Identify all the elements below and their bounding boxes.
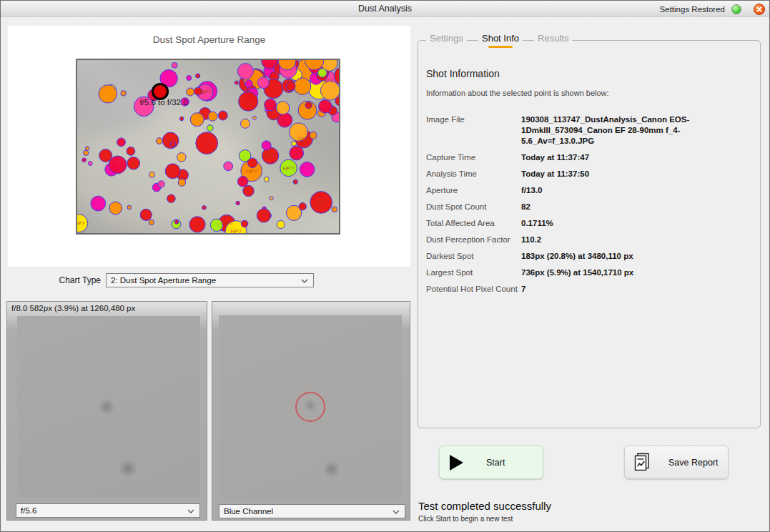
shot-info-heading: Shot Information: [426, 68, 500, 79]
aperture-dropdown-value: f/5.6: [21, 506, 36, 515]
tab-shot-info[interactable]: Shot Info: [478, 31, 523, 48]
chevron-down-icon: [393, 510, 400, 514]
info-value: Today at 11:37:50: [521, 169, 700, 179]
tab-active-underline: [541, 46, 566, 48]
info-row: Potential Hot Pixel Count7: [426, 284, 748, 295]
shot-info-fields: Image File190308_113747_DustAnalysis_Can…: [426, 114, 748, 300]
play-icon: [450, 455, 463, 471]
shot-info-description: Information about the selected point is …: [426, 89, 609, 97]
tab-label: Shot Info: [482, 33, 519, 44]
chart-type-label: Chart Type: [29, 275, 101, 285]
start-button-label: Start: [486, 458, 505, 468]
svg-text:HP?: HP?: [322, 78, 334, 84]
info-label: Capture Time: [426, 152, 521, 163]
info-value: 190308_113747_DustAnalysis_Canon EOS-1Dm…: [521, 114, 700, 147]
info-row: Total Affected Area0.1711%: [426, 218, 748, 229]
tab-settings[interactable]: Settings: [426, 31, 467, 48]
close-icon[interactable]: [754, 4, 765, 15]
dust-map-svg: HP?HP?HP?HP?HP?HP?HP?HP?HP?HP?HP?HP?f/5.…: [77, 60, 339, 233]
info-row: Dust Spot Count82: [426, 202, 748, 212]
svg-text:f/5.6 to f/32.0: f/5.6 to f/32.0: [139, 98, 187, 107]
dust-map-panel: Dust Spot Aperture Range HP?: [8, 26, 410, 267]
chart-type-dropdown[interactable]: 2: Dust Spot Aperture Range: [106, 273, 314, 287]
channel-dropdown-value: Blue Channel: [224, 507, 273, 516]
svg-text:HP?: HP?: [265, 152, 276, 159]
spot-viewer-left: f/8.0 582px (3.9%) at 1260,480 px f/5.6: [6, 301, 207, 521]
svg-text:HP?: HP?: [77, 220, 85, 227]
info-row: Darkest Spot183px (20.8%) at 3480,110 px: [426, 251, 748, 262]
test-status-subtitle: Click Start to begin a new test: [418, 515, 513, 523]
chart-title: Dust Spot Aperture Range: [8, 34, 410, 45]
info-label: Potential Hot Pixel Count: [426, 284, 521, 295]
info-value: f/13.0: [521, 185, 700, 196]
save-report-button-label: Save Report: [668, 458, 718, 468]
save-report-button[interactable]: Save Report: [624, 445, 729, 479]
info-label: Total Affected Area: [426, 218, 521, 229]
svg-text:HP?: HP?: [298, 136, 310, 142]
status-led-icon: [731, 4, 741, 14]
svg-text:HP?: HP?: [283, 165, 295, 172]
spot-highlight-ring: [295, 392, 325, 422]
aperture-dropdown[interactable]: f/5.6: [16, 503, 200, 518]
report-document-icon: [632, 452, 651, 473]
info-value: 82: [521, 202, 700, 212]
info-row: Analysis TimeToday at 11:37:50: [426, 169, 748, 179]
svg-text:HP?: HP?: [230, 228, 242, 233]
info-row: Capture TimeToday at 11:37:47: [426, 152, 748, 163]
spot-image-right[interactable]: [219, 315, 402, 498]
dust-analysis-window: Dust Analysis Settings Restored Dust Spo…: [0, 0, 770, 532]
svg-text:HP?: HP?: [199, 89, 211, 96]
info-value: 7: [521, 284, 700, 295]
info-label: Aperture: [426, 185, 521, 196]
svg-text:HP?: HP?: [246, 168, 257, 174]
chevron-down-icon: [301, 279, 308, 283]
tab-bar: SettingsShot InfoResults: [426, 31, 572, 48]
channel-dropdown[interactable]: Blue Channel: [219, 504, 405, 518]
info-value: 110.2: [521, 235, 700, 245]
start-button[interactable]: Start: [439, 445, 543, 479]
info-value: Today at 11:37:47: [521, 152, 700, 163]
spot-viewer-left-header: f/8.0 582px (3.9%) at 1260,480 px: [11, 304, 135, 312]
tab-active-underline: [488, 46, 513, 48]
spot-image-left[interactable]: [17, 316, 200, 497]
info-label: Analysis Time: [426, 169, 521, 179]
svg-text:HP?: HP?: [221, 220, 232, 227]
title-bar: Dust Analysis Settings Restored: [1, 1, 769, 17]
svg-text:HP?: HP?: [315, 200, 327, 206]
info-label: Dust Perception Factor: [426, 235, 521, 245]
info-label: Largest Spot: [426, 267, 521, 278]
chart-type-value: 2: Dust Spot Aperture Range: [111, 276, 216, 285]
window-title: Dust Analysis: [1, 1, 769, 17]
info-value: 736px (5.9%) at 1540,1710 px: [521, 267, 700, 278]
info-value: 183px (20.8%) at 3480,110 px: [521, 251, 700, 262]
info-row: Image File190308_113747_DustAnalysis_Can…: [426, 114, 748, 147]
spot-viewer-right: Blue Channel: [212, 301, 410, 521]
info-label: Darkest Spot: [426, 251, 521, 262]
svg-text:HP?: HP?: [165, 137, 177, 144]
chevron-down-icon: [187, 509, 194, 513]
tab-label: Settings: [430, 33, 463, 44]
info-value: 0.1711%: [521, 218, 700, 229]
info-label: Image File: [426, 114, 521, 147]
test-status-title: Test completed successfully: [418, 500, 551, 512]
settings-restored-status: Settings Restored: [660, 5, 725, 14]
info-row: Aperturef/13.0: [426, 185, 748, 196]
tab-label: Results: [538, 33, 568, 44]
info-row: Dust Perception Factor110.2: [426, 235, 748, 245]
tab-results[interactable]: Results: [534, 31, 572, 48]
info-label: Dust Spot Count: [426, 202, 521, 212]
dust-map[interactable]: HP?HP?HP?HP?HP?HP?HP?HP?HP?HP?HP?HP?f/5.…: [76, 59, 340, 235]
tab-active-underline: [434, 46, 458, 48]
info-row: Largest Spot736px (5.9%) at 1540,1710 px: [426, 267, 748, 278]
